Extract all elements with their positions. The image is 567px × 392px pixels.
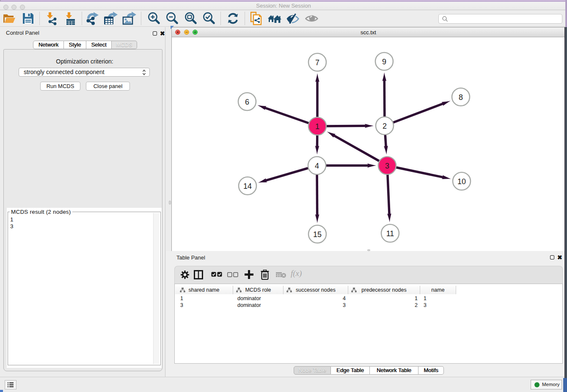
svg-text:4: 4 (315, 162, 319, 170)
svg-text:7: 7 (315, 58, 319, 67)
svg-text:11: 11 (386, 229, 394, 238)
svg-text:2: 2 (383, 122, 387, 130)
svg-text:8: 8 (459, 93, 463, 102)
svg-text:9: 9 (382, 58, 386, 66)
svg-text:3: 3 (385, 162, 389, 170)
svg-text:10: 10 (457, 177, 466, 186)
svg-text:15: 15 (313, 230, 322, 239)
svg-text:6: 6 (245, 98, 249, 106)
svg-text:1: 1 (315, 122, 319, 131)
svg-text:14: 14 (243, 182, 252, 190)
